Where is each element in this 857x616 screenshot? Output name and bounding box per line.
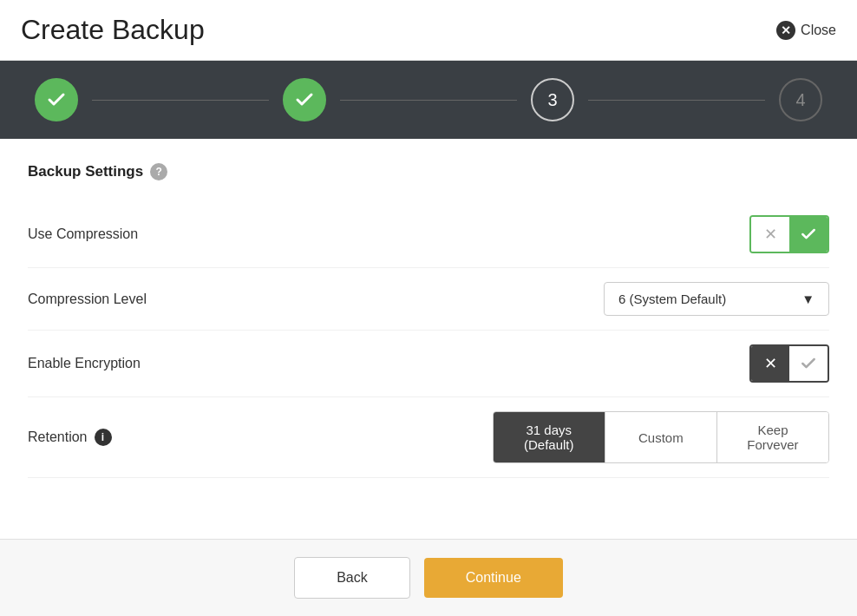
close-button[interactable]: ✕ Close: [776, 21, 836, 40]
close-label: Close: [801, 23, 836, 38]
retention-default-button[interactable]: 31 days (Default): [494, 412, 605, 462]
use-compression-off-button[interactable]: ✕: [751, 217, 789, 252]
step-4: 4: [779, 78, 822, 121]
compression-level-row: Compression Level 6 (System Default) ▼: [28, 268, 829, 331]
retention-custom-button[interactable]: Custom: [605, 412, 716, 462]
use-compression-on-button[interactable]: [789, 217, 828, 252]
step-line-1-2: [92, 100, 269, 101]
stepper-bar: 3 4: [0, 61, 857, 139]
continue-button[interactable]: Continue: [424, 558, 563, 598]
modal-container: Create Backup ✕ Close 3: [0, 0, 857, 616]
compression-level-label: Compression Level: [28, 292, 147, 307]
step-3: 3: [531, 78, 574, 121]
section-help-icon[interactable]: ?: [150, 163, 167, 180]
step-1: [35, 78, 78, 121]
enable-encryption-off-button[interactable]: ✕: [751, 346, 789, 381]
section-title: Backup Settings ?: [28, 163, 829, 180]
use-compression-label: Use Compression: [28, 226, 138, 242]
step-line-3-4: [588, 100, 765, 101]
use-compression-toggle: ✕: [749, 215, 829, 253]
step-circle-4: 4: [779, 78, 822, 121]
step-circle-3: 3: [531, 78, 574, 121]
enable-encryption-row: Enable Encryption ✕: [28, 331, 829, 397]
modal-footer: Back Continue: [0, 539, 857, 616]
enable-encryption-toggle: ✕: [749, 344, 829, 383]
modal-content: Backup Settings ? Use Compression ✕ Comp…: [0, 139, 857, 539]
step-circle-1: [35, 78, 78, 121]
step-circle-2: [283, 78, 326, 121]
retention-label: Retention i: [28, 429, 112, 446]
modal-title: Create Backup: [21, 14, 205, 46]
enable-encryption-on-button[interactable]: [789, 346, 828, 381]
retention-row: Retention i 31 days (Default) Custom Kee…: [28, 397, 829, 478]
retention-info-icon[interactable]: i: [95, 429, 112, 446]
compression-level-value: 6 (System Default): [618, 292, 726, 306]
enable-encryption-label: Enable Encryption: [28, 356, 141, 371]
section-title-text: Backup Settings: [28, 163, 143, 180]
step-line-2-3: [340, 100, 517, 101]
retention-forever-button[interactable]: Keep Forvever: [716, 412, 828, 462]
close-icon: ✕: [776, 21, 795, 40]
dropdown-arrow-icon: ▼: [801, 292, 814, 306]
retention-toggle-group: 31 days (Default) Custom Keep Forvever: [493, 411, 829, 463]
compression-level-dropdown[interactable]: 6 (System Default) ▼: [604, 282, 829, 316]
step-2: [283, 78, 326, 121]
use-compression-row: Use Compression ✕: [28, 201, 829, 268]
modal-header: Create Backup ✕ Close: [0, 0, 857, 61]
back-button[interactable]: Back: [294, 557, 410, 599]
